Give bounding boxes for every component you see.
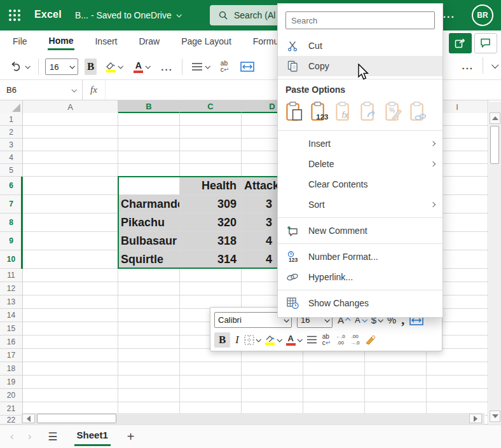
column-header-C[interactable]: C [180, 100, 242, 113]
cell-A17[interactable] [23, 349, 118, 362]
row-header-5[interactable]: 5 [0, 164, 23, 177]
paste-link-icon[interactable] [409, 101, 429, 121]
titlebar-more-button[interactable]: ... [443, 9, 455, 20]
cell-A2[interactable] [23, 126, 118, 139]
sheet-tab[interactable]: Sheet1 [74, 427, 111, 446]
horizontal-scroll-thumb[interactable] [37, 414, 116, 423]
cell-B5[interactable] [118, 164, 180, 177]
font-color-button[interactable]: A [131, 59, 152, 75]
cell-B9[interactable]: Bulbasaur [118, 232, 180, 250]
cell-C6[interactable]: Health [180, 177, 242, 195]
increase-decimal-button[interactable]: ←.0.00 [336, 334, 345, 345]
cell-A3[interactable] [23, 139, 118, 151]
menu-item-number-format[interactable]: 123 Number Format... [278, 247, 443, 267]
row-header-15[interactable]: 15 [0, 322, 23, 336]
mini-italic-button[interactable]: I [235, 334, 238, 346]
cell-B13[interactable] [118, 295, 180, 309]
undo-button[interactable] [8, 59, 32, 74]
cell-B1[interactable] [118, 113, 180, 126]
cell-B12[interactable] [118, 282, 180, 295]
cell-C12[interactable] [180, 282, 242, 295]
cell-C5[interactable] [180, 164, 242, 177]
cell-B15[interactable] [118, 322, 180, 336]
cell-D19[interactable] [242, 376, 303, 389]
wrap-text-button[interactable]: abc↵ [218, 58, 231, 75]
share-button[interactable] [449, 33, 472, 53]
cell-C8[interactable]: 320 [180, 214, 242, 232]
vertical-scrollbar[interactable] [489, 102, 501, 424]
row-header-21[interactable]: 21 [0, 402, 23, 416]
fx-button[interactable]: fx [83, 80, 106, 100]
cell-B7[interactable]: Charmander [118, 195, 180, 214]
row-header-12[interactable]: 12 [0, 282, 23, 295]
merge-center-button[interactable] [238, 60, 257, 74]
cell-B16[interactable] [118, 336, 180, 349]
row-header-6[interactable]: 6 [0, 177, 23, 195]
cell-A18[interactable] [23, 362, 118, 376]
cell-A9[interactable] [23, 232, 118, 250]
cell-A10[interactable] [23, 250, 118, 269]
cell-A5[interactable] [23, 164, 118, 177]
horizontal-scrollbar[interactable] [21, 413, 484, 424]
menu-item-cut[interactable]: Cut [278, 36, 443, 56]
tab-insert[interactable]: Insert [93, 34, 118, 49]
menu-item-copy[interactable]: Copy [278, 56, 443, 76]
cell-C18[interactable] [180, 362, 242, 376]
cell-C1[interactable] [180, 113, 242, 126]
context-menu-search-input[interactable] [285, 11, 435, 29]
cell-A1[interactable] [23, 113, 118, 126]
cell-r20c4[interactable] [303, 389, 365, 402]
row-header-8[interactable]: 8 [0, 214, 23, 232]
cell-B11[interactable] [118, 269, 180, 282]
cell-A13[interactable] [23, 295, 118, 309]
cell-A14[interactable] [23, 309, 118, 322]
menu-item-show-changes[interactable]: Show Changes [278, 293, 443, 313]
cell-C19[interactable] [180, 376, 242, 389]
cell-A19[interactable] [23, 376, 118, 389]
mini-fill-color-button[interactable] [265, 335, 281, 345]
align-button[interactable] [189, 60, 212, 73]
cell-A4[interactable] [23, 151, 118, 164]
row-header-2[interactable]: 2 [0, 126, 23, 139]
row-header-13[interactable]: 13 [0, 295, 23, 309]
cell-B17[interactable] [118, 349, 180, 362]
cell-C2[interactable] [180, 126, 242, 139]
cell-B14[interactable] [118, 309, 180, 322]
paste-transpose-icon[interactable] [360, 101, 379, 121]
cell-D20[interactable] [242, 389, 303, 402]
cell-C4[interactable] [180, 151, 242, 164]
cell-D18[interactable] [242, 362, 303, 376]
document-title[interactable]: B... - Saved to OneDrive [75, 10, 181, 20]
column-header-A[interactable]: A [23, 100, 118, 113]
next-sheet-button[interactable]: › [28, 430, 32, 443]
menu-item-sort[interactable]: Sort [278, 194, 443, 215]
row-header-17[interactable]: 17 [0, 349, 23, 362]
paste-formatting-icon[interactable]: % [385, 101, 404, 121]
app-name[interactable]: Excel [34, 9, 62, 20]
row-header-16[interactable]: 16 [0, 336, 23, 349]
tab-file[interactable]: File [11, 34, 29, 49]
cell-C7[interactable]: 309 [180, 195, 242, 214]
scroll-right-button[interactable] [469, 414, 482, 423]
cell-B20[interactable] [118, 389, 180, 402]
cell-r18c6[interactable] [427, 362, 488, 376]
cell-B4[interactable] [118, 151, 180, 164]
cell-B18[interactable] [118, 362, 180, 376]
tab-draw[interactable]: Draw [137, 34, 161, 49]
avatar[interactable]: BR [472, 4, 493, 26]
cell-C10[interactable]: 314 [180, 250, 242, 269]
cell-r18c4[interactable] [303, 362, 365, 376]
tab-home[interactable]: Home [48, 33, 75, 50]
row-header-19[interactable]: 19 [0, 376, 23, 389]
cell-C3[interactable] [180, 139, 242, 151]
paste-formulas-icon[interactable]: fx [335, 101, 354, 121]
cell-A20[interactable] [23, 389, 118, 402]
row-header-11[interactable]: 11 [0, 269, 23, 282]
scroll-down-button[interactable] [490, 411, 500, 422]
row-header-1[interactable]: 1 [0, 113, 23, 126]
paste-values-icon[interactable]: 123 [310, 101, 329, 121]
name-box[interactable]: B6 [0, 80, 83, 100]
row-header-14[interactable]: 14 [0, 309, 23, 322]
menu-item-new-comment[interactable]: New Comment [278, 221, 443, 241]
cell-A16[interactable] [23, 336, 118, 349]
